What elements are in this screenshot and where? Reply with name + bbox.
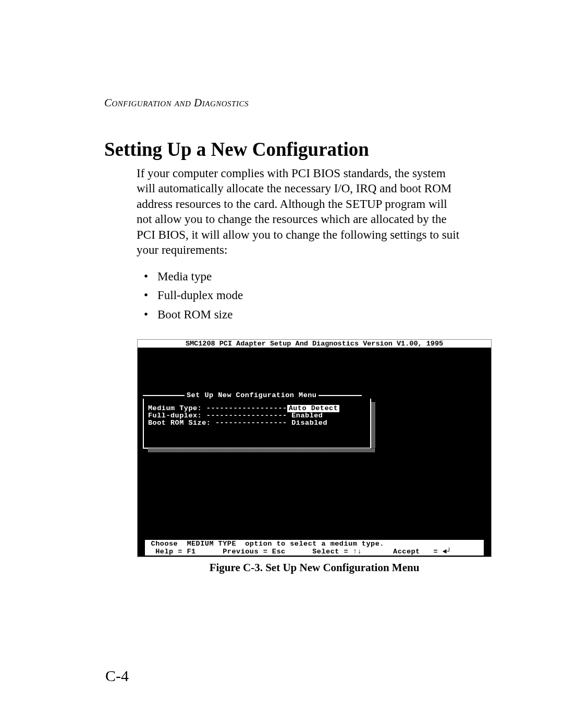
intro-paragraph: If your computer complies with PCI BIOS … — [137, 166, 460, 258]
section-title-text: Setting Up a New Configuration — [104, 139, 369, 160]
list-item: Boot ROM size — [137, 305, 460, 325]
list-item: Full-duplex mode — [137, 286, 460, 305]
bios-screenshot: SMC1208 PCI Adapter Setup And Diagnostic… — [137, 339, 492, 557]
bios-menu-title-row: Set Up New Configuration Menu — [143, 392, 371, 399]
list-item-text: Media type — [157, 270, 212, 283]
bios-row-full-duplex[interactable]: Full-duplex: ------------------ Enabled — [148, 412, 366, 419]
settings-bullet-list: Media type Full-duplex mode Boot ROM siz… — [137, 267, 460, 325]
page: Configuration and Diagnostics Setting Up… — [0, 0, 563, 728]
list-item: Media type — [137, 267, 460, 287]
section-title: Setting Up a New Configuration — [104, 138, 469, 161]
bios-row-label: Medium Type: ------------------ — [148, 405, 287, 412]
list-item-text: Full-duplex mode — [157, 289, 243, 302]
bios-row-label: Boot ROM Size: ---------------- — [148, 419, 291, 427]
bios-row-medium-type[interactable]: Medium Type: ------------------ Auto Det… — [148, 405, 366, 412]
bios-menu-rule-right — [319, 395, 362, 396]
running-header: Configuration and Diagnostics — [104, 96, 469, 109]
bios-menu-rule-left — [143, 395, 185, 396]
figure-caption: Figure C-3. Set Up New Configuration Men… — [137, 561, 492, 574]
bios-title-text: SMC1208 PCI Adapter Setup And Diagnostic… — [186, 340, 443, 348]
bios-row-label: Full-duplex: ------------------ — [148, 412, 291, 419]
bios-row-value: Auto Detect — [287, 405, 340, 412]
list-item-text: Boot ROM size — [157, 308, 232, 321]
bios-menu-box: Medium Type: ------------------ Auto Det… — [143, 399, 371, 449]
bios-menu-title: Set Up New Configuration Menu — [185, 392, 319, 399]
bios-help-line-1: Choose MEDIUM TYPE option to select a me… — [145, 540, 484, 548]
body-block: If your computer complies with PCI BIOS … — [137, 166, 460, 574]
bios-row-value: Disabled — [291, 419, 327, 427]
bios-help: Choose MEDIUM TYPE option to select a me… — [145, 540, 484, 556]
bios-title-bar: SMC1208 PCI Adapter Setup And Diagnostic… — [138, 340, 491, 348]
bios-row-boot-rom[interactable]: Boot ROM Size: ---------------- Disabled — [148, 419, 366, 427]
bios-help-line-2: Help = F1 Previous = Esc Select = ↑↓ Acc… — [145, 548, 484, 556]
bios-shadow-right — [371, 402, 375, 452]
page-number: C-4 — [105, 667, 129, 685]
bios-row-value: Enabled — [291, 412, 323, 419]
bios-shadow-bottom — [148, 448, 375, 452]
running-header-text: Configuration and Diagnostics — [104, 96, 249, 109]
bios-menu: Set Up New Configuration Menu Medium Typ… — [143, 392, 371, 449]
